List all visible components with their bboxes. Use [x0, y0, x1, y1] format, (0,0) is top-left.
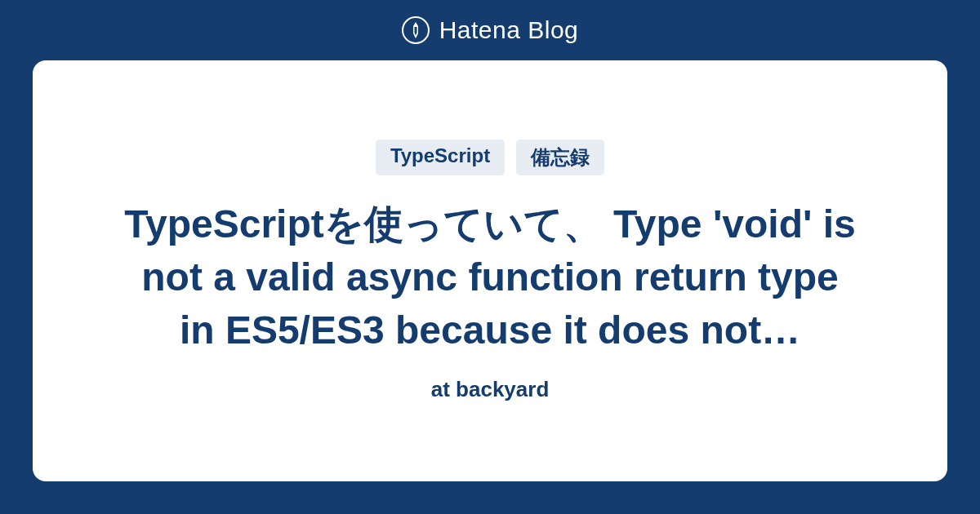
brand-header: Hatena Blog	[402, 16, 579, 44]
content-card: TypeScript 備忘録 TypeScriptを使っていて、 Type 'v…	[33, 60, 947, 481]
hatena-logo-icon	[402, 16, 430, 44]
tag-item: 備忘録	[516, 140, 604, 175]
pen-icon	[409, 22, 422, 38]
tag-list: TypeScript 備忘録	[376, 140, 604, 175]
blog-name: at backyard	[431, 377, 550, 402]
brand-name: Hatena Blog	[439, 16, 579, 44]
article-title: TypeScriptを使っていて、 Type 'void' is not a v…	[122, 198, 858, 357]
tag-item: TypeScript	[376, 140, 505, 175]
